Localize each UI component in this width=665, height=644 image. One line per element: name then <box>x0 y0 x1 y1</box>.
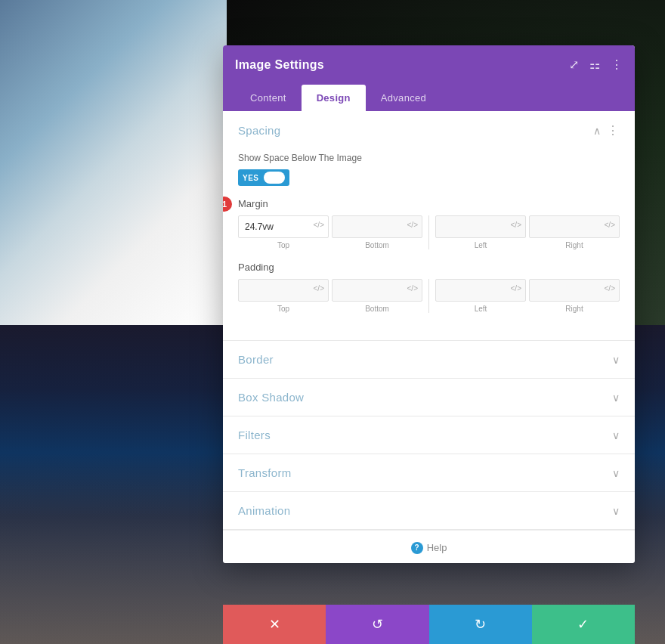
padding-top-wrapper: </> Top <box>238 279 329 313</box>
help-link[interactable]: ? Help <box>411 542 447 554</box>
padding-input-row: </> Top </> Bottom <box>238 279 620 313</box>
toggle-switch[interactable] <box>264 172 285 184</box>
reset-button[interactable]: ↺ <box>326 605 428 644</box>
padding-top-unit-icon: </> <box>314 284 324 293</box>
margin-separator <box>428 215 429 249</box>
collapse-icon[interactable]: ∧ <box>593 125 601 137</box>
border-chevron[interactable]: ∨ <box>612 354 620 366</box>
padding-left-label: Left <box>475 305 487 313</box>
spacing-section-title: Spacing <box>238 124 280 137</box>
tab-bar: Content Design Advanced <box>223 85 635 111</box>
border-section: Border ∨ <box>223 341 635 379</box>
padding-right-label: Right <box>565 305 583 313</box>
bg-mountain <box>0 0 227 325</box>
margin-label: 1 Margin <box>238 198 620 209</box>
panel-body: Spacing ∧ ⋮ Show Space Below The Image Y… <box>223 111 635 563</box>
margin-bottom-label: Bottom <box>365 241 389 249</box>
filters-chevron[interactable]: ∨ <box>612 429 620 441</box>
padding-bottom-wrapper: </> Bottom <box>332 279 422 313</box>
border-section-header[interactable]: Border ∨ <box>223 341 635 378</box>
spacing-controls: ∧ ⋮ <box>593 123 620 138</box>
transform-chevron[interactable]: ∨ <box>612 467 620 479</box>
badge-1: 1 <box>223 197 232 212</box>
tab-content[interactable]: Content <box>235 85 302 111</box>
padding-right-unit-icon: </> <box>605 284 615 293</box>
reset-icon: ↺ <box>372 616 383 633</box>
margin-top-wrapper: </> Top <box>238 215 329 249</box>
margin-top-label: Top <box>277 241 289 249</box>
redo-button[interactable]: ↻ <box>429 605 532 644</box>
margin-left-label: Left <box>475 241 487 249</box>
filters-section: Filters ∨ <box>223 416 635 454</box>
more-options-icon[interactable]: ⋮ <box>611 59 623 71</box>
margin-left-right-group: </> Left </> Right <box>435 215 620 249</box>
transform-title: Transform <box>238 466 292 479</box>
margin-input-row: </> Top </> Bottom <box>238 215 620 249</box>
box-shadow-section-header[interactable]: Box Shadow ∨ <box>223 379 635 416</box>
panel-header: Image Settings ⤢ ⚏ ⋮ <box>223 45 635 85</box>
padding-right-wrapper: </> Right <box>529 279 620 313</box>
spacing-section-header[interactable]: Spacing ∧ ⋮ <box>223 111 635 150</box>
margin-top-unit-icon: </> <box>314 221 324 229</box>
panel-title: Image Settings <box>235 58 324 72</box>
action-bar: ✕ ↺ ↻ ✓ <box>223 605 635 644</box>
margin-right-label: Right <box>565 241 583 249</box>
padding-left-wrapper: </> Left <box>435 279 526 313</box>
padding-bottom-unit-icon: </> <box>407 284 418 293</box>
padding-top-bottom-group: </> Top </> Bottom <box>238 279 422 313</box>
animation-section: Animation ∨ <box>223 492 635 530</box>
margin-right-wrapper: </> Right <box>529 215 620 249</box>
filters-section-header[interactable]: Filters ∨ <box>223 416 635 454</box>
margin-top-bottom-group: </> Top </> Bottom <box>238 215 422 249</box>
margin-left-unit-icon: </> <box>511 221 521 229</box>
padding-section: Padding </> Top </> Bo <box>238 262 620 313</box>
toggle-yes-label: YES <box>243 174 259 182</box>
save-icon: ✓ <box>577 616 589 633</box>
margin-bottom-wrapper: </> Bottom <box>332 215 422 249</box>
animation-chevron[interactable]: ∨ <box>612 505 620 517</box>
spacing-content: Show Space Below The Image YES 1 Margin <box>223 150 635 340</box>
settings-panel: Image Settings ⤢ ⚏ ⋮ Content Design Adva… <box>223 45 635 563</box>
margin-right-unit-icon: </> <box>605 221 615 229</box>
expand-icon[interactable]: ⤢ <box>569 59 579 71</box>
box-shadow-title: Box Shadow <box>238 391 304 404</box>
show-space-toggle[interactable]: YES <box>238 169 289 186</box>
panel-footer: ? Help <box>223 530 635 563</box>
animation-section-header[interactable]: Animation ∨ <box>223 492 635 529</box>
padding-label: Padding <box>238 262 620 273</box>
help-text: Help <box>427 542 447 553</box>
redo-icon: ↻ <box>475 616 486 633</box>
tab-advanced[interactable]: Advanced <box>366 85 441 111</box>
cancel-icon: ✕ <box>269 616 280 633</box>
header-icons: ⤢ ⚏ ⋮ <box>569 59 623 71</box>
border-title: Border <box>238 353 274 366</box>
margin-section: 1 Margin </> Top </> <box>238 198 620 249</box>
box-shadow-section: Box Shadow ∨ <box>223 379 635 416</box>
show-space-label: Show Space Below The Image <box>238 153 620 163</box>
help-icon: ? <box>411 542 423 554</box>
padding-top-label: Top <box>277 305 289 313</box>
box-shadow-chevron[interactable]: ∨ <box>612 392 620 404</box>
padding-bottom-label: Bottom <box>365 305 389 313</box>
margin-left-wrapper: </> Left <box>435 215 526 249</box>
spacing-section: Spacing ∧ ⋮ Show Space Below The Image Y… <box>223 111 635 341</box>
padding-left-unit-icon: </> <box>511 284 521 293</box>
transform-section-header[interactable]: Transform ∨ <box>223 454 635 491</box>
transform-section: Transform ∨ <box>223 454 635 492</box>
filters-title: Filters <box>238 429 271 441</box>
margin-bottom-unit-icon: </> <box>407 221 418 229</box>
tab-design[interactable]: Design <box>302 85 366 111</box>
save-button[interactable]: ✓ <box>532 605 635 644</box>
show-space-row: Show Space Below The Image YES <box>238 153 620 186</box>
padding-left-right-group: </> Left </> Right <box>435 279 620 313</box>
padding-separator <box>428 279 429 313</box>
columns-icon[interactable]: ⚏ <box>589 59 600 71</box>
animation-title: Animation <box>238 504 290 517</box>
section-options-icon[interactable]: ⋮ <box>607 123 620 138</box>
cancel-button[interactable]: ✕ <box>223 605 326 644</box>
